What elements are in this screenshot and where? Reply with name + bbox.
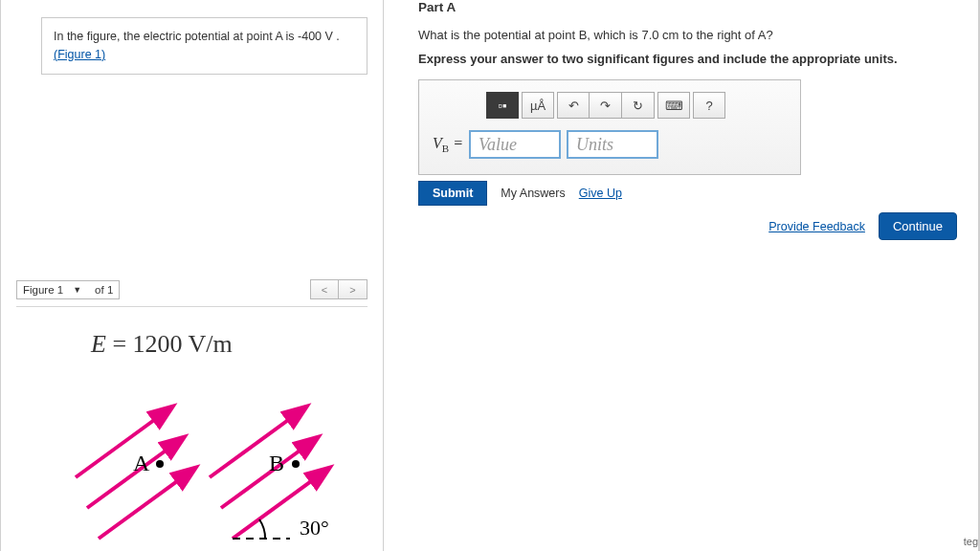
provide-feedback-link[interactable]: Provide Feedback (768, 220, 865, 233)
problem-text-post: . (333, 30, 340, 43)
instruction-text: Express your answer to two significant f… (418, 52, 963, 66)
figure-prev-button[interactable]: < (310, 279, 339, 299)
stray-text: teg (964, 536, 978, 547)
redo-button[interactable]: ↷ (590, 92, 622, 119)
field-equation: E = 1200 V/m (91, 330, 233, 359)
figure-selector[interactable]: Figure 1 ▼ of 1 (16, 280, 120, 299)
problem-statement: In the figure, the electric potential at… (41, 17, 368, 75)
figure-link[interactable]: (Figure 1) (54, 48, 105, 61)
chevron-down-icon: ▼ (73, 285, 81, 295)
angle-label: 30° (300, 516, 329, 540)
answer-box: ▫▪ µÅ ↶ ↷ ↻ ⌨ ? VB = Value Units (418, 79, 801, 175)
part-title: Part A (418, 0, 963, 14)
question-text: What is the potential at point B, which … (418, 28, 963, 42)
field-diagram: A B 30° (58, 364, 365, 551)
svg-point-7 (156, 460, 164, 468)
figure-image: E = 1200 V/m (16, 306, 368, 545)
value-input[interactable]: Value (469, 130, 561, 159)
svg-line-2 (99, 469, 194, 539)
figure-page: of 1 (95, 284, 113, 296)
keyboard-button[interactable]: ⌨ (657, 92, 690, 119)
my-answers-link[interactable]: My Answers (501, 187, 565, 200)
continue-button[interactable]: Continue (879, 212, 957, 240)
templates-button[interactable]: ▫▪ (486, 92, 519, 119)
symbols-button[interactable]: µÅ (522, 92, 554, 119)
variable-label: VB = (433, 135, 463, 154)
undo-button[interactable]: ↶ (557, 92, 590, 119)
units-input[interactable]: Units (567, 130, 658, 159)
problem-text-pre: In the figure, the electric potential at… (54, 30, 325, 43)
figure-label: Figure 1 (23, 284, 63, 296)
help-button[interactable]: ? (693, 92, 725, 119)
point-A-label: A (133, 451, 150, 475)
svg-point-8 (292, 460, 300, 468)
svg-line-3 (210, 408, 305, 477)
point-B-label: B (269, 451, 284, 475)
figure-navigator: Figure 1 ▼ of 1 < > (16, 279, 368, 299)
submit-button[interactable]: Submit (418, 181, 487, 206)
svg-line-0 (76, 408, 171, 477)
input-toolbar: ▫▪ µÅ ↶ ↷ ↻ ⌨ ? (486, 92, 787, 119)
figure-next-button[interactable]: > (339, 279, 368, 299)
problem-unit: V (325, 30, 333, 43)
reset-button[interactable]: ↻ (622, 92, 655, 119)
give-up-link[interactable]: Give Up (579, 187, 622, 200)
